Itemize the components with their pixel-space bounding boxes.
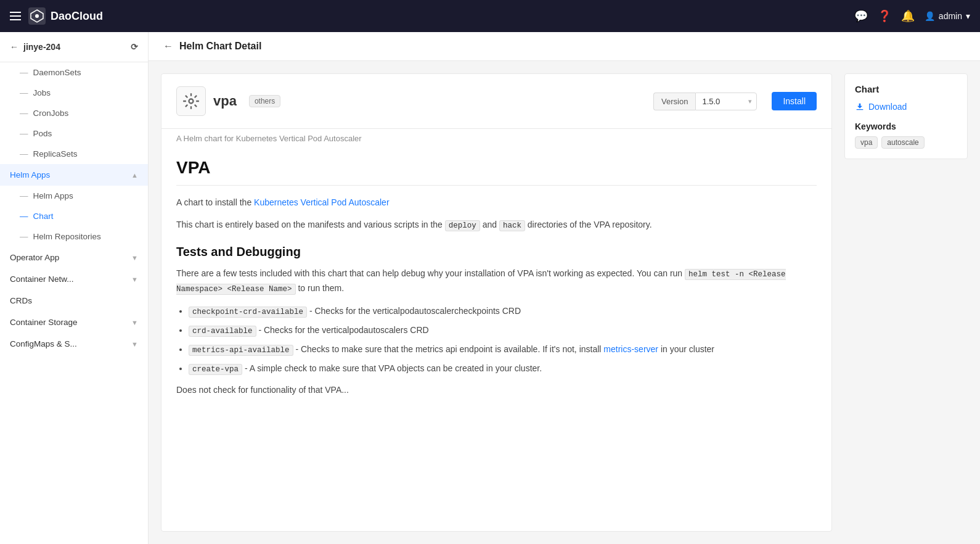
- sidebar-section-label: Helm Apps: [10, 170, 50, 179]
- list-item: crd-available - Checks for the verticalp…: [189, 323, 817, 337]
- content-intro-para: A chart to install the Kubernetes Vertic…: [176, 196, 817, 210]
- sidebar-item-label: Helm Repositories: [33, 232, 101, 241]
- sidebar-section-label: CRDs: [10, 296, 32, 305]
- sidebar-item-helm-charts[interactable]: — Chart: [0, 206, 148, 226]
- sidebar-section-configmaps[interactable]: ConfigMaps & S...: [0, 333, 148, 355]
- dash-icon: —: [20, 68, 28, 77]
- sidebar-item-daemonsets[interactable]: — DaemonSets: [0, 62, 148, 83]
- sidebar-section-label: Operator App: [10, 253, 59, 262]
- sidebar-section-label: Container Storage: [10, 318, 78, 327]
- page-title: Helm Chart Detail: [179, 41, 261, 52]
- sidebar-section-helm-apps[interactable]: Helm Apps: [0, 164, 148, 186]
- vpa-link[interactable]: Kubernetes Vertical Pod Autoscaler: [254, 197, 389, 207]
- sidebar-item-label: Jobs: [33, 88, 51, 97]
- dash-icon: —: [20, 88, 28, 97]
- content-partial-text: Does not check for functionality of that…: [176, 383, 817, 398]
- download-label: Download: [868, 102, 907, 112]
- metrics-server-link[interactable]: metrics-server: [603, 344, 658, 354]
- test-list: checkpoint-crd-available - Checks for th…: [176, 304, 817, 376]
- chart-info-header: vpa others Version 1.5.0 1.4.0 1.3.0 ▾: [161, 74, 831, 129]
- topnav: DaoCloud 💬 ❓ 🔔 👤 admin ▾: [0, 0, 980, 32]
- para2-rest: to run them.: [296, 283, 345, 293]
- sidebar-section-label: Container Netw...: [10, 274, 74, 284]
- list-item-text: - Checks for the verticalpodautoscalers …: [258, 325, 428, 335]
- sidebar-section-operator-app[interactable]: Operator App: [0, 247, 148, 268]
- list-item: checkpoint-crd-available - Checks for th…: [189, 304, 817, 318]
- para1-text: This chart is entirely based on the mani…: [176, 220, 445, 229]
- sidebar-workspace-name: jinye-204: [23, 42, 60, 52]
- section-collapse-icon: [131, 276, 138, 283]
- keywords-list: vpa autoscale: [855, 136, 957, 149]
- sidebar-item-jobs[interactable]: — Jobs: [0, 83, 148, 103]
- sidebar-item-label: Chart: [33, 212, 54, 221]
- sidebar-section-container-storage[interactable]: Container Storage: [0, 311, 148, 333]
- sidebar-header: ← jinye-204 ⟳: [0, 32, 148, 62]
- dash-icon: —: [20, 191, 28, 200]
- help-icon[interactable]: ❓: [878, 9, 891, 23]
- version-select[interactable]: 1.5.0 1.4.0 1.3.0: [695, 93, 757, 110]
- sidebar-item-helm-apps[interactable]: — Helm Apps: [0, 186, 148, 206]
- content-para1: This chart is entirely based on the mani…: [176, 218, 817, 233]
- dash-icon: —: [20, 149, 28, 159]
- main-content-scroll: VPA A chart to install the Kubernetes Ve…: [161, 143, 831, 531]
- notification-icon[interactable]: 🔔: [901, 9, 915, 23]
- list-item-text: - A simple check to make sure that VPA o…: [245, 363, 542, 373]
- chart-icon: [176, 86, 206, 116]
- list-item-code: create-vpa: [189, 364, 242, 375]
- sidebar-section-label: ConfigMaps & S...: [10, 339, 77, 348]
- list-item-code: checkpoint-crd-available: [189, 307, 307, 318]
- sidebar-section-crds[interactable]: CRDs: [0, 290, 148, 311]
- sidebar-item-label: DaemonSets: [33, 68, 81, 77]
- main-card: vpa others Version 1.5.0 1.4.0 1.3.0 ▾: [161, 73, 832, 532]
- download-button[interactable]: Download: [855, 102, 957, 112]
- section-collapse-icon: [131, 254, 138, 262]
- dash-icon: —: [20, 109, 28, 118]
- page-body: vpa others Version 1.5.0 1.4.0 1.3.0 ▾: [149, 61, 980, 544]
- sidebar-item-replicasets[interactable]: — ReplicaSets: [0, 144, 148, 164]
- chart-subtitle: A Helm chart for Kubernetes Vertical Pod…: [161, 129, 831, 143]
- side-panel-chart-title: Chart: [855, 84, 957, 94]
- list-item: metrics-api-available - Checks to make s…: [189, 342, 817, 356]
- side-panel-card: Chart Download Keywords vpa autoscale: [844, 73, 968, 159]
- intro-text: A chart to install the: [176, 197, 254, 207]
- section-collapse-icon: [131, 340, 138, 348]
- list-item-code: crd-available: [189, 326, 256, 337]
- page-header: ← Helm Chart Detail: [149, 32, 980, 61]
- sidebar-item-cronjobs[interactable]: — CronJobs: [0, 103, 148, 123]
- content-heading-debug: Tests and Debugging: [176, 245, 817, 259]
- hamburger-menu[interactable]: [10, 12, 21, 20]
- sidebar-item-pods[interactable]: — Pods: [0, 123, 148, 144]
- dash-icon: —: [20, 212, 28, 221]
- brand-name: DaoCloud: [51, 10, 103, 23]
- deploy-code: deploy: [445, 220, 480, 231]
- page-back-button[interactable]: ←: [163, 41, 173, 52]
- section-expand-icon: [131, 171, 138, 179]
- sidebar-item-helm-repos[interactable]: — Helm Repositories: [0, 226, 148, 247]
- sidebar-item-label: CronJobs: [33, 109, 69, 118]
- sidebar-refresh-button[interactable]: ⟳: [131, 42, 138, 52]
- keyword-tag: vpa: [855, 136, 878, 149]
- list-item-code: metrics-api-available: [189, 345, 293, 356]
- user-dropdown-icon: ▾: [966, 11, 970, 21]
- install-button[interactable]: Install: [772, 92, 817, 110]
- chart-name: vpa: [213, 93, 237, 109]
- brand-logo: DaoCloud: [28, 7, 103, 25]
- version-group: Version 1.5.0 1.4.0 1.3.0 ▾: [653, 93, 757, 110]
- content-para2: There are a few tests included with this…: [176, 266, 817, 297]
- content-area: ← Helm Chart Detail vpa others: [149, 32, 980, 544]
- list-item-text: - Checks to make sure that the metrics a…: [295, 344, 603, 354]
- para2-text: There are a few tests included with this…: [176, 268, 685, 278]
- content-divider: [176, 185, 817, 186]
- svg-point-2: [189, 99, 194, 104]
- version-label: Version: [653, 93, 695, 110]
- section-collapse-icon: [131, 319, 138, 326]
- chat-icon[interactable]: 💬: [854, 9, 868, 23]
- sidebar-nav: — DaemonSets — Jobs — CronJobs — Pods — …: [0, 62, 148, 544]
- para1-and: and: [480, 220, 499, 229]
- user-menu[interactable]: 👤 admin ▾: [925, 11, 970, 21]
- nav-icons: 💬 ❓ 🔔 👤 admin ▾: [854, 9, 970, 23]
- sidebar-section-container-network[interactable]: Container Netw...: [0, 268, 148, 290]
- sidebar-item-label: Pods: [33, 129, 52, 138]
- sidebar-back-button[interactable]: ←: [10, 42, 18, 52]
- list-item: create-vpa - A simple check to make sure…: [189, 361, 817, 376]
